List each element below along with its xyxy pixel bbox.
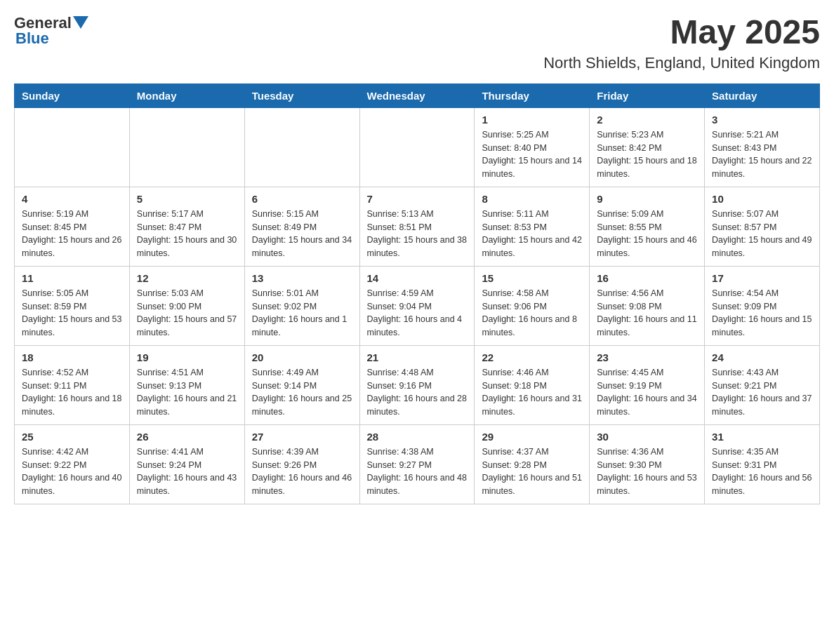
- logo-blue: Blue: [15, 29, 49, 48]
- day-info: Sunrise: 4:54 AMSunset: 9:09 PMDaylight:…: [712, 287, 812, 340]
- day-number: 5: [137, 193, 237, 205]
- calendar-header-wednesday: Wednesday: [359, 83, 475, 107]
- day-info: Sunrise: 4:36 AMSunset: 9:30 PMDaylight:…: [597, 445, 697, 498]
- calendar-cell: 20Sunrise: 4:49 AMSunset: 9:14 PMDayligh…: [244, 345, 359, 424]
- day-number: 28: [367, 431, 468, 443]
- day-info: Sunrise: 4:56 AMSunset: 9:08 PMDaylight:…: [597, 287, 697, 340]
- day-number: 20: [252, 351, 352, 363]
- calendar-header-thursday: Thursday: [475, 83, 590, 107]
- calendar-cell: 1Sunrise: 5:25 AMSunset: 8:40 PMDaylight…: [475, 107, 590, 187]
- day-info: Sunrise: 4:51 AMSunset: 9:13 PMDaylight:…: [137, 366, 237, 419]
- day-number: 6: [252, 193, 352, 205]
- day-number: 3: [712, 114, 812, 126]
- calendar-cell: 17Sunrise: 4:54 AMSunset: 9:09 PMDayligh…: [705, 266, 820, 345]
- calendar-cell: 29Sunrise: 4:37 AMSunset: 9:28 PMDayligh…: [475, 424, 590, 504]
- day-number: 13: [252, 272, 352, 284]
- calendar-cell: 26Sunrise: 4:41 AMSunset: 9:24 PMDayligh…: [129, 424, 244, 504]
- day-number: 16: [597, 272, 697, 284]
- day-info: Sunrise: 4:41 AMSunset: 9:24 PMDaylight:…: [137, 445, 237, 498]
- day-number: 22: [482, 351, 582, 363]
- calendar-cell: 6Sunrise: 5:15 AMSunset: 8:49 PMDaylight…: [244, 187, 359, 266]
- day-info: Sunrise: 5:15 AMSunset: 8:49 PMDaylight:…: [252, 208, 352, 260]
- day-number: 12: [137, 272, 237, 284]
- calendar-cell: 2Sunrise: 5:23 AMSunset: 8:42 PMDaylight…: [590, 107, 705, 187]
- day-info: Sunrise: 4:38 AMSunset: 9:27 PMDaylight:…: [367, 445, 468, 498]
- calendar-cell: 15Sunrise: 4:58 AMSunset: 9:06 PMDayligh…: [475, 266, 590, 345]
- day-number: 23: [597, 351, 697, 363]
- day-info: Sunrise: 5:05 AMSunset: 8:59 PMDaylight:…: [22, 287, 122, 340]
- calendar-cell: 7Sunrise: 5:13 AMSunset: 8:51 PMDaylight…: [359, 187, 475, 266]
- day-number: 17: [712, 272, 812, 284]
- calendar-cell: 21Sunrise: 4:48 AMSunset: 9:16 PMDayligh…: [359, 345, 475, 424]
- calendar-week-row: 1Sunrise: 5:25 AMSunset: 8:40 PMDaylight…: [15, 107, 820, 187]
- calendar-cell: [359, 107, 475, 187]
- calendar-cell: [244, 107, 359, 187]
- calendar-cell: 11Sunrise: 5:05 AMSunset: 8:59 PMDayligh…: [15, 266, 130, 345]
- day-info: Sunrise: 5:11 AMSunset: 8:53 PMDaylight:…: [482, 208, 582, 260]
- day-number: 31: [712, 431, 812, 443]
- day-info: Sunrise: 4:58 AMSunset: 9:06 PMDaylight:…: [482, 287, 582, 340]
- day-number: 8: [482, 193, 582, 205]
- calendar-cell: 9Sunrise: 5:09 AMSunset: 8:55 PMDaylight…: [590, 187, 705, 266]
- calendar-cell: 8Sunrise: 5:11 AMSunset: 8:53 PMDaylight…: [475, 187, 590, 266]
- calendar-cell: 28Sunrise: 4:38 AMSunset: 9:27 PMDayligh…: [359, 424, 475, 504]
- calendar-cell: 3Sunrise: 5:21 AMSunset: 8:43 PMDaylight…: [705, 107, 820, 187]
- day-number: 29: [482, 431, 582, 443]
- page-title: May 2025: [543, 14, 820, 51]
- calendar-cell: 14Sunrise: 4:59 AMSunset: 9:04 PMDayligh…: [359, 266, 475, 345]
- day-info: Sunrise: 5:01 AMSunset: 9:02 PMDaylight:…: [252, 287, 352, 340]
- calendar-header-saturday: Saturday: [705, 83, 820, 107]
- day-number: 19: [137, 351, 237, 363]
- calendar-header-sunday: Sunday: [15, 83, 130, 107]
- day-info: Sunrise: 5:13 AMSunset: 8:51 PMDaylight:…: [367, 208, 468, 260]
- calendar-header-tuesday: Tuesday: [244, 83, 359, 107]
- day-info: Sunrise: 5:21 AMSunset: 8:43 PMDaylight:…: [712, 128, 812, 181]
- day-number: 1: [482, 114, 582, 126]
- calendar-header-friday: Friday: [590, 83, 705, 107]
- day-info: Sunrise: 4:59 AMSunset: 9:04 PMDaylight:…: [367, 287, 468, 340]
- day-info: Sunrise: 5:23 AMSunset: 8:42 PMDaylight:…: [597, 128, 697, 181]
- day-number: 15: [482, 272, 582, 284]
- day-info: Sunrise: 5:17 AMSunset: 8:47 PMDaylight:…: [137, 208, 237, 260]
- calendar-cell: 25Sunrise: 4:42 AMSunset: 9:22 PMDayligh…: [15, 424, 130, 504]
- calendar-cell: [129, 107, 244, 187]
- day-number: 9: [597, 193, 697, 205]
- calendar-week-row: 18Sunrise: 4:52 AMSunset: 9:11 PMDayligh…: [15, 345, 820, 424]
- logo-triangle-icon: [73, 16, 88, 29]
- day-number: 18: [22, 351, 122, 363]
- day-number: 24: [712, 351, 812, 363]
- title-section: May 2025 North Shields, England, United …: [543, 14, 820, 72]
- calendar-cell: 30Sunrise: 4:36 AMSunset: 9:30 PMDayligh…: [590, 424, 705, 504]
- day-info: Sunrise: 4:39 AMSunset: 9:26 PMDaylight:…: [252, 445, 352, 498]
- day-info: Sunrise: 4:46 AMSunset: 9:18 PMDaylight:…: [482, 366, 582, 419]
- calendar-cell: 19Sunrise: 4:51 AMSunset: 9:13 PMDayligh…: [129, 345, 244, 424]
- day-number: 25: [22, 431, 122, 443]
- page-subtitle: North Shields, England, United Kingdom: [543, 54, 820, 72]
- day-info: Sunrise: 4:42 AMSunset: 9:22 PMDaylight:…: [22, 445, 122, 498]
- calendar-table: SundayMondayTuesdayWednesdayThursdayFrid…: [14, 83, 820, 504]
- svg-marker-0: [73, 16, 88, 29]
- logo: General Blue: [14, 14, 88, 48]
- calendar-week-row: 25Sunrise: 4:42 AMSunset: 9:22 PMDayligh…: [15, 424, 820, 504]
- day-number: 2: [597, 114, 697, 126]
- day-info: Sunrise: 4:52 AMSunset: 9:11 PMDaylight:…: [22, 366, 122, 419]
- day-number: 26: [137, 431, 237, 443]
- calendar-cell: 31Sunrise: 4:35 AMSunset: 9:31 PMDayligh…: [705, 424, 820, 504]
- calendar-week-row: 4Sunrise: 5:19 AMSunset: 8:45 PMDaylight…: [15, 187, 820, 266]
- day-info: Sunrise: 4:43 AMSunset: 9:21 PMDaylight:…: [712, 366, 812, 419]
- day-number: 21: [367, 351, 468, 363]
- day-info: Sunrise: 4:48 AMSunset: 9:16 PMDaylight:…: [367, 366, 468, 419]
- calendar-cell: 13Sunrise: 5:01 AMSunset: 9:02 PMDayligh…: [244, 266, 359, 345]
- calendar-cell: 5Sunrise: 5:17 AMSunset: 8:47 PMDaylight…: [129, 187, 244, 266]
- day-number: 11: [22, 272, 122, 284]
- calendar-cell: 12Sunrise: 5:03 AMSunset: 9:00 PMDayligh…: [129, 266, 244, 345]
- calendar-cell: 4Sunrise: 5:19 AMSunset: 8:45 PMDaylight…: [15, 187, 130, 266]
- day-info: Sunrise: 4:35 AMSunset: 9:31 PMDaylight:…: [712, 445, 812, 498]
- calendar-cell: 18Sunrise: 4:52 AMSunset: 9:11 PMDayligh…: [15, 345, 130, 424]
- day-info: Sunrise: 4:45 AMSunset: 9:19 PMDaylight:…: [597, 366, 697, 419]
- day-number: 7: [367, 193, 468, 205]
- day-info: Sunrise: 5:09 AMSunset: 8:55 PMDaylight:…: [597, 208, 697, 260]
- day-number: 4: [22, 193, 122, 205]
- day-info: Sunrise: 5:19 AMSunset: 8:45 PMDaylight:…: [22, 208, 122, 260]
- day-number: 30: [597, 431, 697, 443]
